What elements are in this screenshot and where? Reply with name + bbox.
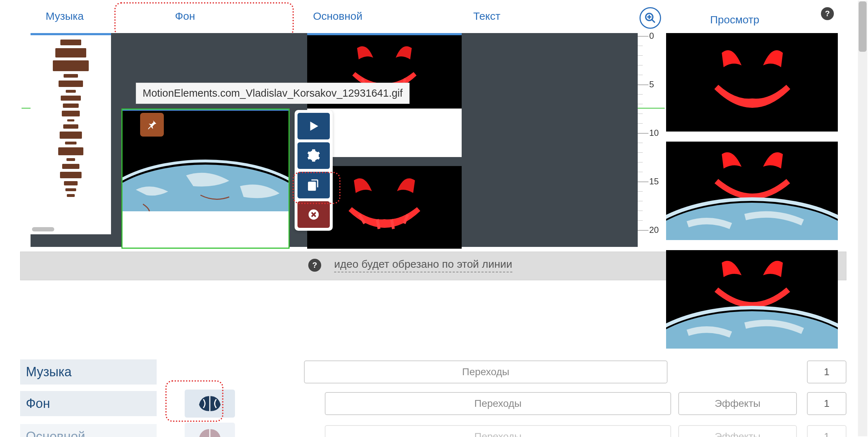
clip-filename-tooltip: MotionElements.com_Vladislav_Korsakov_12… (136, 83, 410, 104)
svg-rect-8 (121, 211, 290, 249)
crop-hint-text: идео будет обрезано по этой линии (334, 258, 512, 272)
transitions-select[interactable]: Переходы (325, 392, 671, 415)
svg-line-1 (652, 19, 655, 23)
timeline (31, 33, 638, 247)
count-box[interactable]: 1 (807, 360, 846, 383)
tab-text[interactable]: Текст (420, 7, 553, 25)
copy-button[interactable] (297, 172, 330, 198)
transitions-select[interactable]: Переходы (325, 425, 671, 437)
tab-main[interactable]: Основной (269, 7, 406, 25)
timeline-ruler: 0 5 10 15 20 22.200 (638, 33, 663, 252)
lower-panel: Музыка Переходы 1 Фон Переходы Эффекты 1… (20, 359, 846, 437)
preview-label: Просмотр (672, 14, 798, 26)
page-scrollbar[interactable] (858, 1, 867, 436)
tab-music[interactable]: Музыка (22, 7, 108, 25)
preview-thumb-1[interactable] (666, 33, 838, 132)
music-track[interactable] (31, 33, 111, 234)
pin-button[interactable] (140, 113, 164, 137)
scrollbar-thumb[interactable] (859, 1, 867, 52)
category-background-label: Фон (20, 391, 157, 416)
effects-select[interactable]: Эффекты (678, 425, 797, 437)
help-icon[interactable]: ? (308, 259, 321, 272)
tab-background[interactable]: Фон (119, 7, 251, 25)
transitions-select[interactable]: Переходы (304, 360, 668, 383)
count-box[interactable]: 1 (807, 392, 846, 415)
count-box[interactable]: 1 (807, 425, 846, 437)
effects-select[interactable]: Эффекты (678, 392, 797, 415)
waveform (31, 35, 111, 198)
ruler-tick-label: 5 (649, 79, 654, 89)
ruler-tick-label: 10 (649, 128, 659, 138)
zoom-in-button[interactable] (640, 7, 661, 29)
category-music-label: Музыка (20, 359, 157, 385)
background-thumbnail[interactable] (185, 390, 235, 418)
category-main-label: Основной (20, 424, 157, 437)
clip-toolbar (295, 110, 333, 231)
preview-column (666, 33, 838, 349)
preview-thumb-3[interactable] (666, 250, 838, 349)
delete-button[interactable] (297, 201, 330, 228)
preview-thumb-2[interactable] (666, 142, 838, 240)
main-thumbnail[interactable] (185, 423, 235, 437)
ruler-tick-label: 20 (649, 225, 659, 235)
help-icon[interactable]: ? (821, 7, 834, 20)
svg-rect-11 (666, 33, 838, 132)
ruler-tick-label: 15 (649, 176, 659, 187)
ruler-tick-label: 0 (649, 31, 654, 41)
play-button[interactable] (297, 113, 330, 139)
settings-button[interactable] (297, 142, 330, 169)
scrollbar-thumb[interactable] (32, 227, 54, 231)
